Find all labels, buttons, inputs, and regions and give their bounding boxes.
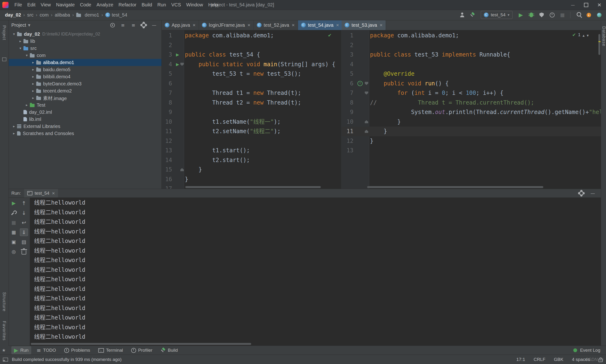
- collapse-all-icon[interactable]: [118, 21, 127, 29]
- tree-item-tecent.demo2[interactable]: tecent.demo2: [9, 87, 162, 94]
- warning-stripe-mark[interactable]: [598, 41, 601, 42]
- chevron-right-icon[interactable]: [17, 39, 23, 43]
- tree-item-day_02.iml[interactable]: day_02.iml: [9, 109, 162, 116]
- run-tab-test54[interactable]: test_54: [24, 189, 58, 197]
- tree-item-External Libraries[interactable]: External Libraries: [9, 123, 162, 130]
- fold-marker[interactable]: [180, 63, 184, 66]
- restore-layout-icon[interactable]: [10, 228, 18, 236]
- menu-edit[interactable]: Edit: [25, 0, 38, 10]
- menu-file[interactable]: File: [12, 0, 25, 10]
- toolwindow-button-structure[interactable]: Structure: [2, 292, 7, 312]
- toolwindow-switcher-button[interactable]: [3, 358, 8, 362]
- breadcrumb-alibaba[interactable]: alibaba: [54, 12, 71, 18]
- prev-problem-icon[interactable]: [583, 32, 584, 37]
- chevron-right-icon[interactable]: [30, 82, 36, 86]
- fold-marker[interactable]: [364, 120, 369, 123]
- chevron-right-icon[interactable]: [30, 75, 36, 79]
- close-button[interactable]: [593, 0, 606, 10]
- tab-test_54.java[interactable]: test_54.java: [298, 20, 342, 30]
- toolwindow-run[interactable]: Run: [11, 346, 31, 354]
- scrollbar-thumb[interactable]: [367, 186, 543, 188]
- soft-wrap-icon[interactable]: [20, 219, 28, 226]
- chevron-right-icon[interactable]: [11, 131, 17, 136]
- menu-window[interactable]: Window: [184, 0, 206, 10]
- locate-icon[interactable]: [108, 21, 117, 29]
- scrollbar-thumb[interactable]: [598, 34, 600, 55]
- tree-item-素材.image[interactable]: 素材.image: [9, 94, 162, 102]
- breadcrumb-demo1[interactable]: demo1: [76, 12, 100, 18]
- console-horizontal-scrollbar[interactable]: [9, 342, 601, 346]
- tree-item-lib[interactable]: lib: [9, 38, 162, 45]
- run-icon[interactable]: [516, 11, 525, 19]
- toolwindow-build[interactable]: Build: [158, 347, 180, 354]
- vertical-scrollbar[interactable]: [598, 30, 601, 185]
- chevron-down-icon[interactable]: [11, 32, 17, 36]
- updates-icon[interactable]: [584, 11, 593, 19]
- down-icon[interactable]: [20, 209, 28, 217]
- chevron-right-icon[interactable]: [30, 60, 36, 65]
- chevron-right-icon[interactable]: [30, 96, 36, 100]
- print-icon[interactable]: [20, 238, 28, 246]
- horizontal-scrollbar[interactable]: [162, 185, 341, 189]
- run-gutter-icon[interactable]: [175, 62, 180, 67]
- tree-item-Test[interactable]: Test: [9, 102, 162, 109]
- toolwindow-profiler[interactable]: Profiler: [129, 347, 155, 354]
- menu-code[interactable]: Code: [77, 0, 94, 10]
- tree-item-com[interactable]: com: [9, 52, 162, 59]
- tree-item-alibaba.demo1[interactable]: alibaba.demo1: [9, 59, 162, 66]
- tree-item-lib.iml[interactable]: lib.iml: [9, 116, 162, 123]
- chevron-down-icon[interactable]: [17, 46, 23, 50]
- breadcrumb-test_54[interactable]: test_54: [105, 12, 128, 18]
- breadcrumb-src[interactable]: src: [27, 12, 34, 18]
- scrollbar-thumb[interactable]: [185, 186, 321, 188]
- code-with-me-icon[interactable]: [458, 11, 467, 19]
- status-crlf[interactable]: CRLF: [534, 357, 545, 362]
- chevron-down-icon[interactable]: [28, 22, 30, 28]
- build-hammer-icon[interactable]: [468, 11, 477, 19]
- hide-icon[interactable]: [150, 21, 159, 29]
- menu-refactor[interactable]: Refactor: [116, 0, 139, 10]
- editor-pane-test53[interactable]: 1package com.alibaba.demo1;23public clas…: [342, 30, 601, 189]
- tree-item-day_02[interactable]: day_02D:\IntelliJ IDEA\project\day_02: [9, 30, 162, 38]
- close-icon[interactable]: [336, 22, 339, 28]
- close-icon[interactable]: [193, 22, 196, 28]
- status-17-1[interactable]: 17:1: [516, 357, 525, 362]
- close-icon[interactable]: [292, 22, 295, 28]
- chevron-down-icon[interactable]: [24, 53, 30, 57]
- favorites-star-icon[interactable]: [2, 348, 6, 353]
- settings-icon[interactable]: [139, 21, 148, 29]
- fold-marker[interactable]: [180, 168, 184, 171]
- stop-icon[interactable]: [10, 219, 18, 226]
- scroll-end-icon[interactable]: [20, 228, 28, 236]
- toolwindow-problems[interactable]: Problems: [62, 347, 93, 354]
- horizontal-scrollbar[interactable]: [342, 185, 601, 189]
- next-problem-icon[interactable]: [587, 32, 589, 37]
- toolwindow-terminal[interactable]: Terminal: [96, 347, 126, 354]
- fold-marker[interactable]: [364, 91, 369, 95]
- maximize-button[interactable]: [579, 0, 593, 10]
- tool-window-icon[interactable]: [2, 57, 6, 61]
- close-icon[interactable]: [247, 22, 250, 28]
- close-icon[interactable]: [380, 22, 383, 28]
- minimize-button[interactable]: [566, 0, 579, 10]
- breadcrumb-com[interactable]: com: [39, 12, 50, 18]
- event-log-button[interactable]: Event Log: [573, 348, 606, 353]
- tab-test_52.java[interactable]: test_52.java: [254, 20, 298, 30]
- toolwindow-button-database[interactable]: Database: [601, 26, 606, 46]
- override-gutter-icon[interactable]: [356, 81, 364, 86]
- editor-pane-test54[interactable]: 1package com.alibaba.demo1;23public clas…: [162, 30, 341, 189]
- clear-icon[interactable]: [20, 248, 28, 255]
- expand-all-icon[interactable]: [129, 21, 138, 29]
- coverage-icon[interactable]: [537, 11, 546, 19]
- tree-item-src[interactable]: src: [9, 45, 162, 52]
- close-icon[interactable]: [52, 190, 55, 196]
- fold-marker[interactable]: [364, 82, 369, 85]
- menu-analyze[interactable]: Analyze: [94, 0, 116, 10]
- chevron-right-icon[interactable]: [30, 89, 36, 93]
- stop-icon[interactable]: [558, 11, 567, 19]
- profiler-icon[interactable]: [548, 11, 556, 19]
- menu-navigate[interactable]: Navigate: [54, 0, 77, 10]
- search-everywhere-icon[interactable]: [574, 11, 583, 19]
- edit-config-icon[interactable]: [10, 209, 18, 217]
- tab-loginJFrame.java[interactable]: loginJFrame.java: [199, 20, 254, 30]
